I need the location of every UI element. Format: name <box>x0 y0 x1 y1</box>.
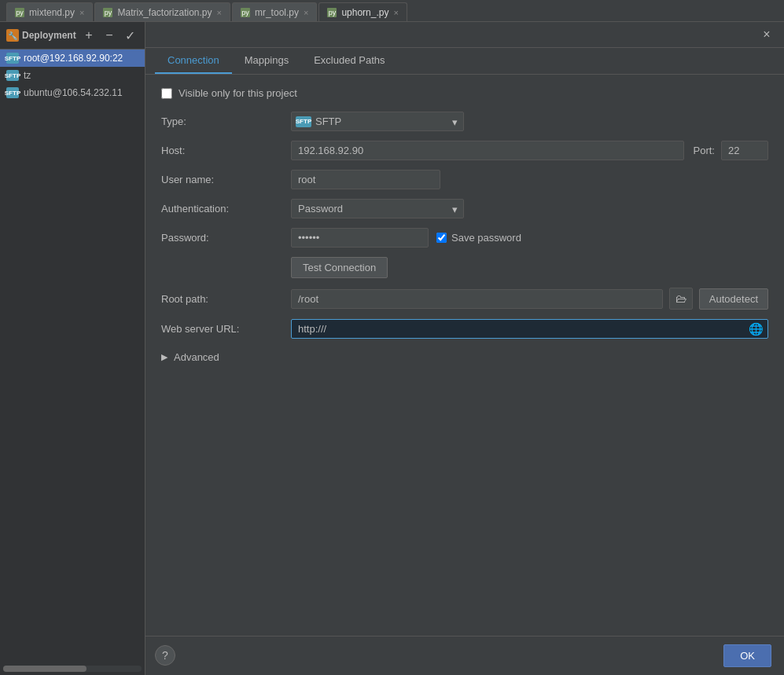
tab-icon-1: py <box>103 8 112 17</box>
dialog-overlay: 🔧 Deployment + − ✓ SFTP root@192.168.92.… <box>0 22 784 675</box>
ok-server-button[interactable]: ✓ <box>121 27 138 44</box>
port-input[interactable] <box>721 141 768 160</box>
port-label: Port: <box>694 145 715 156</box>
tab-close-2[interactable]: × <box>304 8 308 17</box>
tab-3[interactable]: py uphorn_.py × <box>318 2 407 21</box>
tab-label-3: uphorn_.py <box>341 7 388 18</box>
tab-connection[interactable]: Connection <box>155 48 232 74</box>
auth-row: Authentication: Password Key pair OpenSS… <box>161 199 768 218</box>
password-row: Password: Save password <box>161 228 768 248</box>
auth-select[interactable]: Password Key pair OpenSSH config <box>291 199 464 218</box>
sftp-icon-0: SFTP <box>6 53 19 64</box>
dialog-title-bar: × <box>145 22 784 48</box>
test-connection-button[interactable]: Test Connection <box>291 257 388 278</box>
dialog-title: Deployment <box>22 30 76 41</box>
remove-server-button[interactable]: − <box>101 27 118 44</box>
host-label: Host: <box>161 145 291 156</box>
dialog-footer: OK <box>145 636 784 675</box>
type-select[interactable]: SFTP FTP FTPS <box>291 112 464 131</box>
tab-1[interactable]: py Matrix_factorization.py × <box>94 2 230 21</box>
visible-only-checkbox[interactable] <box>161 88 172 99</box>
save-password-checkbox[interactable] <box>436 233 447 243</box>
tab-icon-3: py <box>327 8 337 17</box>
tab-excluded-paths[interactable]: Excluded Paths <box>301 48 397 74</box>
tab-label-1: Matrix_factorization.py <box>117 7 212 18</box>
root-path-row: Root path: 🗁 Autodetect <box>161 288 768 310</box>
username-label: User name: <box>161 174 291 185</box>
tab-0[interactable]: py mixtend.py × <box>6 2 93 21</box>
root-path-label: Root path: <box>161 293 291 305</box>
root-path-input[interactable] <box>291 289 663 309</box>
main-dialog-panel: × Connection Mappings Excluded Paths Vis… <box>145 22 784 675</box>
sidebar: 🔧 Deployment + − ✓ SFTP root@192.168.92.… <box>0 22 145 675</box>
sidebar-item-label-1: tz <box>24 70 31 81</box>
sftp-icon-2: SFTP <box>6 87 19 98</box>
browse-folder-button[interactable]: 🗁 <box>669 288 693 310</box>
advanced-toggle-icon: ▶ <box>161 352 167 362</box>
close-dialog-button[interactable]: × <box>759 27 775 42</box>
advanced-section[interactable]: ▶ Advanced <box>161 348 768 366</box>
sidebar-toolbar: 🔧 Deployment + − ✓ <box>0 22 145 50</box>
type-row: Type: SFTP SFTP FTP FTPS <box>161 112 768 131</box>
sidebar-item-2[interactable]: SFTP ubuntu@106.54.232.11 <box>0 84 145 101</box>
sidebar-item-label-2: ubuntu@106.54.232.11 <box>24 87 123 98</box>
sidebar-scrollbar-thumb <box>3 666 86 672</box>
save-password-row: Save password <box>436 232 521 244</box>
username-input[interactable] <box>291 170 440 189</box>
auth-select-wrapper: Password Key pair OpenSSH config <box>291 199 464 218</box>
visible-only-label[interactable]: Visible only for this project <box>179 87 297 99</box>
test-connection-row: Test Connection <box>161 257 768 278</box>
tab-icon-2: py <box>241 8 250 17</box>
username-row: User name: <box>161 170 768 189</box>
save-password-label[interactable]: Save password <box>451 232 521 244</box>
tab-mappings[interactable]: Mappings <box>232 48 301 74</box>
form-content: Visible only for this project Type: SFTP… <box>145 75 784 636</box>
sidebar-item-label-0: root@192.168.92.90:22 <box>24 53 123 64</box>
web-server-input[interactable] <box>291 319 768 339</box>
sidebar-spacer <box>0 101 145 662</box>
app-icon: 🔧 <box>6 29 19 42</box>
tab-label-0: mixtend.py <box>29 7 75 18</box>
sidebar-scrollbar[interactable] <box>3 666 142 672</box>
host-input[interactable] <box>291 141 684 160</box>
tab-close-1[interactable]: × <box>217 8 222 17</box>
host-row: Host: Port: <box>161 141 768 160</box>
autodetect-button[interactable]: Autodetect <box>699 288 768 310</box>
type-label: Type: <box>161 116 291 127</box>
web-server-label: Web server URL: <box>161 323 291 335</box>
password-input[interactable] <box>291 228 429 248</box>
url-wrapper: 🌐 <box>291 319 768 339</box>
sidebar-item-0[interactable]: SFTP root@192.168.92.90:22 <box>0 50 145 67</box>
tab-label-2: mr_tool.py <box>255 7 299 18</box>
tab-bar: py mixtend.py × py Matrix_factorization.… <box>0 0 784 22</box>
add-server-button[interactable]: + <box>80 27 98 44</box>
sftp-icon-1: SFTP <box>6 70 19 81</box>
auth-label: Authentication: <box>161 203 291 215</box>
tab-close-3[interactable]: × <box>393 8 398 17</box>
type-sftp-badge: SFTP <box>296 116 311 127</box>
password-label: Password: <box>161 232 291 244</box>
help-button[interactable]: ? <box>155 645 175 666</box>
web-server-row: Web server URL: 🌐 <box>161 319 768 339</box>
tab-close-0[interactable]: × <box>79 8 84 17</box>
ok-button[interactable]: OK <box>723 644 771 667</box>
visible-only-row: Visible only for this project <box>161 87 768 99</box>
tab-icon-0: py <box>15 8 24 17</box>
type-select-wrapper: SFTP SFTP FTP FTPS <box>291 112 464 131</box>
tab-2[interactable]: py mr_tool.py × <box>232 2 317 21</box>
sidebar-item-1[interactable]: SFTP tz <box>0 67 145 84</box>
advanced-label: Advanced <box>174 351 219 363</box>
dialog-tabs: Connection Mappings Excluded Paths <box>145 48 784 75</box>
folder-icon: 🗁 <box>675 292 686 305</box>
